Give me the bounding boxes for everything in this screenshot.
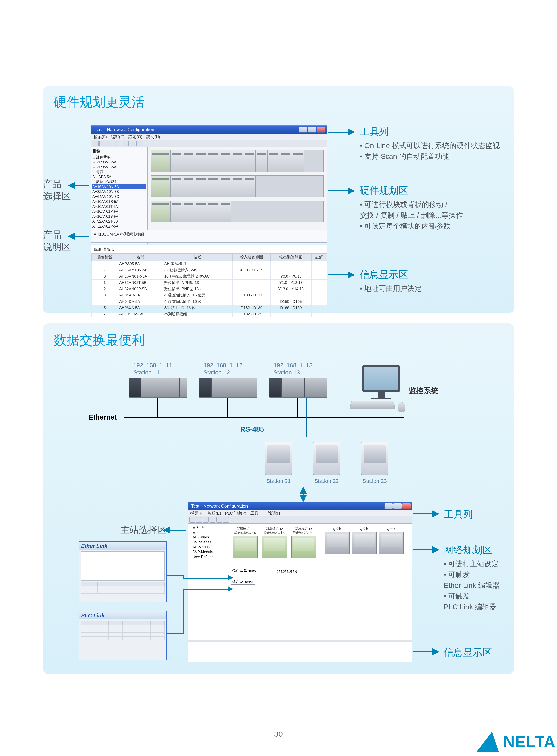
table-row[interactable]: -AHPS05-5AAH 電源模組	[92, 261, 327, 267]
network-node[interactable]: Q控制	[379, 527, 404, 554]
table-row[interactable]: 7AH10SCM-5A串列通訊模組D132 - D139	[92, 311, 327, 317]
tree-item[interactable]: AH64AM10N-5C	[92, 194, 146, 199]
tree-item[interactable]: User Defined	[189, 555, 225, 559]
slot-cpu[interactable]	[151, 150, 171, 172]
toolbar-button[interactable]	[106, 141, 112, 146]
tree-item[interactable]: AH16AN01S-5A	[92, 214, 146, 219]
menu-item[interactable]: 工具(T)	[251, 511, 264, 516]
tree-item[interactable]: AH16AN01T-5A	[92, 204, 146, 209]
tree-item[interactable]: ⊟ AH PLC	[189, 525, 225, 530]
tree-item[interactable]: AH16AN01R-5A	[92, 199, 146, 204]
slot[interactable]	[280, 150, 292, 172]
tree-item[interactable]: AH-Series	[189, 535, 225, 540]
slot[interactable]	[207, 201, 219, 222]
rack[interactable]	[151, 201, 324, 222]
master-tree[interactable]: ⊟ AH PLC ⊟ - AH-Series DVP-Series AH-Mod…	[188, 524, 226, 640]
toolbar-button[interactable]	[216, 517, 222, 523]
slot[interactable]	[219, 150, 231, 172]
toolbar-button[interactable]	[99, 141, 105, 146]
table-row[interactable]: 4AH04DA-5A4 通道類比輸出, 16 位元D150 - D165	[92, 298, 327, 305]
toolbar-button[interactable]	[123, 141, 129, 146]
tree-item[interactable]: AH3P08M1-5A	[92, 160, 146, 165]
menu-item[interactable]: 檔案(F)	[94, 134, 107, 140]
tree-item[interactable]: AH3P06M1-5A	[92, 165, 146, 170]
tree-item[interactable]: ⊟ -	[189, 530, 225, 535]
rack[interactable]	[151, 175, 324, 197]
slot[interactable]	[231, 176, 243, 197]
slot[interactable]	[268, 150, 280, 172]
slot[interactable]	[207, 176, 219, 197]
rack[interactable]	[151, 150, 324, 172]
slot[interactable]	[183, 150, 195, 172]
maximize-button[interactable]	[393, 503, 402, 509]
tree-item[interactable]: ⊟ 數位 I/O模組	[92, 179, 146, 184]
tree-item[interactable]: DVP-Module	[189, 550, 225, 555]
table-row[interactable]: 3AH04AD-5A4 通道類比輸入, 16 位元D100 - D131	[92, 292, 327, 298]
toolbar-button[interactable]	[93, 141, 98, 146]
slot[interactable]	[243, 176, 256, 197]
table-row[interactable]: 5AH06XA-5A8/4 類比 I/O, 16 位元D132 - D139D1…	[92, 305, 327, 311]
toolbar-button[interactable]	[223, 517, 229, 523]
tree-item[interactable]: AH16AN01P-5A	[92, 209, 146, 214]
slot[interactable]	[171, 150, 183, 172]
menu-item[interactable]: 編輯(E)	[111, 134, 124, 140]
slot[interactable]	[292, 150, 304, 172]
tree-item[interactable]: AH-Module	[189, 545, 225, 550]
menu-item[interactable]: 檔案(F)	[190, 511, 204, 516]
toolbar-button[interactable]	[209, 517, 215, 523]
tree-item[interactable]: AH16AM10N-5A	[92, 184, 146, 189]
slot[interactable]	[207, 150, 219, 172]
toolbar-button[interactable]	[196, 517, 202, 523]
menu-item[interactable]: 說明(H)	[268, 511, 282, 516]
network-node[interactable]: 新增模組 11設定連線位址:0	[233, 527, 258, 558]
tree-item[interactable]: AH32AN02T-5B	[92, 219, 146, 224]
slot[interactable]	[231, 150, 243, 172]
tree-item[interactable]: AH-APS-5A	[92, 175, 146, 179]
product-tree[interactable]: 目錄 ⊟ 延伸背板 AH3P08M1-5A AH3P06M1-5A⊟ 電源 AH…	[91, 147, 148, 244]
slot[interactable]	[256, 150, 268, 172]
tree-item[interactable]: AH32AN02P-5A	[92, 224, 146, 229]
slot[interactable]	[195, 150, 207, 172]
slot[interactable]	[171, 201, 183, 222]
network-node[interactable]: Q控制	[325, 527, 350, 554]
tree-item[interactable]: DVP-Series	[189, 540, 225, 545]
minimize-button[interactable]	[384, 503, 393, 509]
toolbar-button[interactable]	[136, 141, 142, 146]
menubar[interactable]: 檔案(F) 編輯(E) PLC主機(P) 工具(T) 說明(H)	[188, 510, 412, 516]
table-row[interactable]: 0AH16AN01R-5A16 點輸出, 繼電器 240VACY0.0 - Y0…	[92, 273, 327, 280]
close-button[interactable]	[402, 503, 411, 509]
slot-cpu[interactable]	[151, 201, 171, 222]
slot[interactable]	[171, 176, 183, 197]
slot[interactable]	[195, 201, 207, 222]
slot[interactable]	[195, 176, 207, 197]
slot-cpu[interactable]	[151, 176, 171, 197]
toolbar-button[interactable]	[189, 517, 195, 523]
slot[interactable]	[243, 150, 256, 172]
menu-item[interactable]: PLC主機(P)	[225, 511, 246, 516]
toolbar-button[interactable]	[129, 141, 136, 146]
table-row[interactable]: 2AH32AN02P-5B數位輸出, PNP型 13 -Y13.0 - Y14.…	[92, 286, 327, 292]
minimize-button[interactable]	[299, 127, 307, 133]
slot[interactable]	[219, 201, 231, 222]
menu-item[interactable]: 說明(H)	[146, 134, 160, 140]
menubar[interactable]: 檔案(F) 編輯(E) 設定(O) 說明(H)	[91, 134, 327, 140]
network-node[interactable]: 新增模組 13設定連線位址:0	[291, 527, 316, 558]
slot[interactable]	[183, 201, 195, 222]
menu-item[interactable]: 設定(O)	[128, 134, 142, 140]
table-row[interactable]: -AH16AM10N-5B32 點數位輸入, 24VDCX0.0 - X15.1…	[92, 267, 327, 273]
maximize-button[interactable]	[308, 127, 317, 133]
network-node[interactable]: Q控制	[352, 527, 377, 554]
slot[interactable]	[183, 176, 195, 197]
close-button[interactable]	[317, 127, 325, 133]
hardware-canvas[interactable]	[148, 147, 327, 244]
slot[interactable]	[219, 176, 231, 197]
toolbar-button[interactable]	[113, 141, 119, 146]
tree-item[interactable]: AH32AM10N-5B	[92, 189, 146, 194]
tree-item[interactable]: ⊟ 延伸背板	[92, 155, 146, 160]
tree-item[interactable]: ⊟ 電源	[92, 170, 146, 175]
menu-item[interactable]: 編輯(E)	[208, 511, 221, 516]
network-node[interactable]: 新增模組 12設定連線位址:0	[262, 527, 287, 558]
toolbar-button[interactable]	[203, 517, 209, 523]
network-canvas[interactable]: 新增模組 11設定連線位址:0新增模組 12設定連線位址:0新增模組 13設定連…	[226, 524, 412, 640]
table-row[interactable]: 1AH32AN02T-5B數位輸出, NPN型 13 -Y1.0 - Y12.1…	[92, 280, 327, 286]
